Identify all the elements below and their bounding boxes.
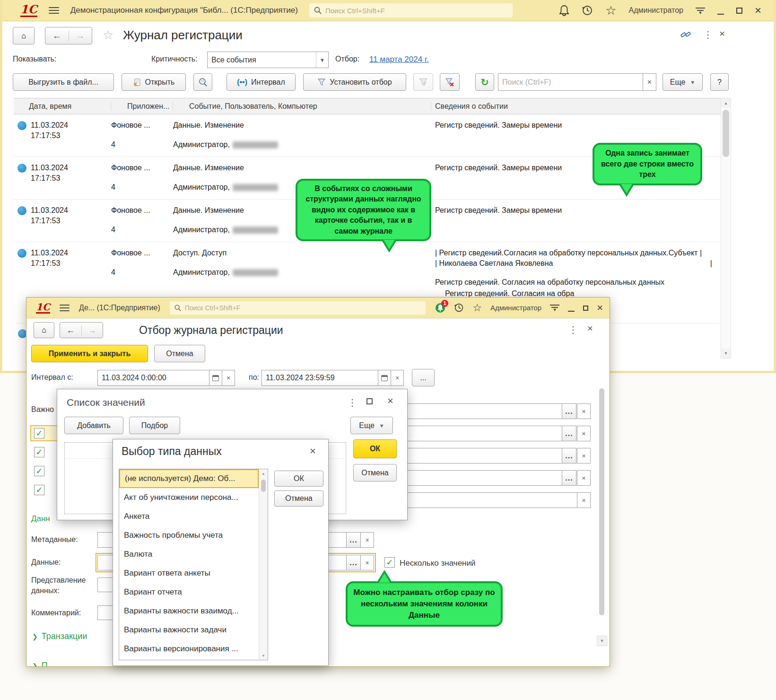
clear-icon[interactable]: × (577, 426, 591, 441)
clear-icon[interactable]: × (222, 370, 235, 386)
interval-button[interactable]: (••) Интервал (227, 73, 296, 91)
data-pick-icon[interactable]: ... (346, 555, 361, 570)
refresh-button[interactable]: ↻ (475, 73, 494, 91)
current-user[interactable]: Администратор (490, 304, 541, 312)
scroll-thumb[interactable] (599, 388, 604, 615)
chevron-down-icon[interactable]: ▼ (316, 52, 328, 68)
journal-scrollbar[interactable]: ▲ ▼ (721, 98, 731, 359)
more-button[interactable]: Еще▼ (350, 417, 393, 434)
type-option[interactable]: Анкета (119, 507, 259, 526)
col-details[interactable]: Сведения о событии (431, 102, 721, 111)
favorites-icon[interactable]: ☆ (472, 302, 482, 314)
metadata-clear-icon[interactable]: × (360, 532, 374, 548)
pick-button[interactable]: Подбор (129, 417, 180, 434)
search-clear-icon[interactable]: × (643, 73, 656, 91)
global-search-input[interactable]: Поиск Ctrl+Shift+F (170, 301, 426, 315)
scroll-up-icon[interactable]: ▲ (259, 469, 268, 478)
importance-checkbox[interactable]: ✓ (34, 466, 44, 476)
back-button[interactable]: ← (45, 31, 69, 41)
form-menu-icon[interactable]: ⋮ (703, 30, 713, 39)
main-menu-icon[interactable] (60, 305, 70, 311)
clear-icon[interactable]: × (577, 470, 591, 486)
home-button[interactable]: ⌂ (13, 27, 35, 44)
more-button[interactable]: Еще▼ (663, 73, 703, 91)
clear-icon[interactable]: × (577, 448, 591, 464)
data-clear-icon[interactable]: × (360, 555, 374, 570)
notifications-icon[interactable] (559, 5, 569, 16)
minimize-button[interactable] (717, 6, 724, 15)
export-file-button[interactable]: Выгрузить в файл... (13, 73, 114, 91)
table-header[interactable]: Дата, время Приложен... Событие, Пользов… (14, 98, 721, 114)
clear-icon[interactable]: × (577, 492, 591, 508)
global-search-input[interactable]: Поиск Ctrl+Shift+F (309, 3, 513, 18)
dialog-close-icon[interactable]: × (387, 395, 393, 407)
favorite-star-icon[interactable]: ☆ (103, 28, 113, 43)
metadata-pick-icon[interactable]: ... (346, 532, 361, 548)
favorites-icon[interactable]: ☆ (605, 3, 616, 18)
open-event-button[interactable]: Открыть (122, 73, 186, 91)
form-close-icon[interactable]: × (719, 28, 725, 39)
scroll-down-icon[interactable]: ▼ (721, 349, 731, 358)
pick-icon[interactable]: ... (562, 426, 576, 441)
col-date[interactable]: Дата, время (14, 102, 111, 111)
scroll-thumb[interactable] (723, 110, 729, 157)
back-button[interactable]: ← (60, 325, 82, 335)
col-app[interactable]: Приложен... (111, 102, 173, 111)
multiple-values-checkbox[interactable]: ✓ (384, 557, 395, 568)
current-user[interactable]: Администратор (629, 6, 683, 15)
journal-search-input[interactable]: Поиск (Ctrl+F) (498, 73, 644, 91)
clipped-section-toggle[interactable]: ❯П (32, 661, 48, 667)
importance-checkbox[interactable]: ✓ (34, 447, 44, 457)
cancel-button[interactable]: Отмена (353, 464, 397, 481)
pick-icon[interactable]: ... (562, 470, 576, 486)
view-event-button[interactable] (193, 73, 212, 91)
forward-button[interactable]: → (82, 325, 103, 335)
main-menu-icon[interactable] (49, 7, 59, 14)
clear-icon[interactable]: × (577, 403, 591, 419)
form-close-icon[interactable]: × (587, 323, 593, 334)
interval-more-button[interactable]: ... (412, 369, 435, 386)
type-option[interactable]: Акт об уничтожении персона... (119, 488, 259, 507)
pick-icon[interactable]: ... (562, 403, 576, 419)
home-button[interactable]: ⌂ (34, 322, 54, 338)
type-option[interactable]: Валюта (119, 545, 259, 564)
forward-button[interactable]: → (69, 31, 92, 41)
col-event[interactable]: Событие, Пользователь, Компьютер (173, 102, 431, 111)
maximize-button[interactable] (583, 303, 588, 312)
calendar-icon[interactable] (209, 370, 222, 386)
ok-button[interactable]: ОК (353, 439, 397, 458)
type-list-scrollbar[interactable]: ▲ ▼ (259, 469, 268, 660)
apply-close-button[interactable]: Применить и закрыть (31, 345, 148, 362)
scroll-up-icon[interactable]: ▲ (721, 98, 731, 108)
cancel-button[interactable]: Отмена (154, 345, 205, 362)
type-option[interactable]: Вариант отчета (119, 583, 259, 602)
form-menu-icon[interactable]: ⋮ (568, 325, 578, 334)
type-option[interactable]: Важность проблемы учета (119, 526, 259, 545)
interval-to-input[interactable]: 11.03.2024 23:59:59 (262, 370, 378, 386)
functions-menu-icon[interactable]: ▼ (550, 305, 559, 311)
calendar-icon[interactable] (378, 370, 391, 386)
scroll-thumb[interactable] (261, 480, 266, 492)
help-button[interactable]: ? (710, 73, 729, 91)
type-list[interactable]: (не используется) Демо: Об...Акт об унич… (119, 469, 268, 660)
scroll-down-icon[interactable]: ▼ (259, 651, 268, 660)
importance-checkbox[interactable]: ✓ (34, 485, 44, 495)
cancel-button[interactable]: Отмена (274, 490, 323, 507)
type-option[interactable]: (не используется) Демо: Об... (119, 469, 259, 488)
set-filter-button[interactable]: Установить отбор (303, 73, 406, 91)
dialog-maximize-icon[interactable] (366, 398, 373, 406)
close-button[interactable]: × (597, 303, 603, 313)
ok-button[interactable]: ОК (274, 471, 323, 487)
notifications-icon[interactable]: 1 (435, 303, 445, 313)
transactions-toggle[interactable]: ❯Транзакции (32, 631, 87, 641)
clear-filter-button[interactable] (440, 73, 460, 91)
type-option[interactable]: Варианты важности взаимод... (119, 602, 259, 621)
type-option[interactable]: Вариант ответа анкеты (119, 564, 259, 583)
criticality-select[interactable]: Все события ▼ (207, 52, 329, 68)
filter-date-link[interactable]: 11 марта 2024 г. (369, 55, 429, 64)
type-option[interactable]: Варианты версионирования ... (119, 639, 259, 658)
minimize-button[interactable] (568, 303, 575, 312)
get-link-icon[interactable] (680, 29, 691, 40)
importance-checkbox[interactable]: ✓ (34, 428, 44, 438)
functions-menu-icon[interactable]: ▼ (696, 8, 705, 14)
